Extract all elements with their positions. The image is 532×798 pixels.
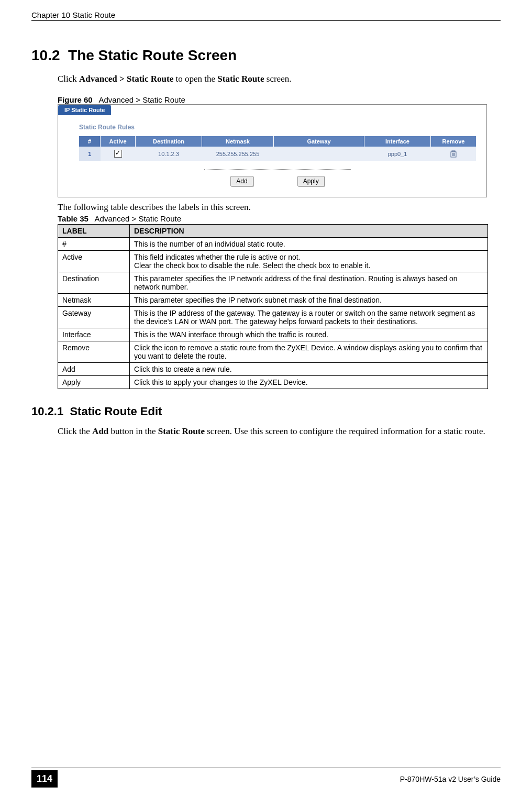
page-footer: 114 P-870HW-51a v2 User’s Guide xyxy=(31,768,501,788)
tab-ip-static-route[interactable]: IP Static Route xyxy=(58,105,111,115)
desc-text: Click this to apply your changes to the … xyxy=(130,376,488,389)
sub-para-suffix: screen. Use this screen to configure the… xyxy=(205,426,485,436)
desc-label: Active xyxy=(58,251,130,272)
sub-para-bold-route: Static Route xyxy=(158,426,205,436)
table-row: AddClick this to create a new rule. xyxy=(58,363,488,376)
tab-bar: IP Static Route xyxy=(58,105,486,115)
apply-button[interactable]: Apply xyxy=(297,176,325,186)
col-active: Active xyxy=(101,136,136,147)
divider xyxy=(204,169,351,170)
desc-head-desc: DESCRIPTION xyxy=(130,225,488,238)
subsection-number: 10.2.1 xyxy=(31,405,63,418)
col-index: # xyxy=(79,136,101,147)
rules-header-row: # Active Destination Netmask Gateway Int… xyxy=(79,136,476,147)
page-header: Chapter 10 Static Route xyxy=(31,10,501,21)
subsection-para: Click the Add button in the Static Route… xyxy=(31,426,501,437)
table-row: InterfaceThis is the WAN interface throu… xyxy=(58,328,488,341)
col-destination: Destination xyxy=(136,136,202,147)
desc-label: Apply xyxy=(58,376,130,389)
desc-text: Click the icon to remove a static route … xyxy=(130,341,488,363)
table-row: ApplyClick this to apply your changes to… xyxy=(58,376,488,389)
table-row: RemoveClick the icon to remove a static … xyxy=(58,341,488,363)
desc-label: # xyxy=(58,238,130,251)
cell-destination: 10.1.2.3 xyxy=(136,147,202,161)
sub-para-prefix: Click the xyxy=(58,426,92,436)
table-row: 1 10.1.2.3 255.255.255.255 ppp0_1 xyxy=(79,147,476,161)
svg-rect-4 xyxy=(452,151,455,152)
desc-text: This is the number of an individual stat… xyxy=(130,238,488,251)
col-netmask: Netmask xyxy=(202,136,274,147)
subsection-heading: 10.2.1 Static Route Edit xyxy=(31,405,501,418)
add-button[interactable]: Add xyxy=(230,176,253,186)
desc-head-label: LABEL xyxy=(58,225,130,238)
desc-label: Interface xyxy=(58,328,130,341)
desc-label: Destination xyxy=(58,272,130,294)
figure-caption: Figure 60 Advanced > Static Route xyxy=(31,95,501,104)
col-interface: Interface xyxy=(364,136,431,147)
desc-label: Add xyxy=(58,363,130,376)
sub-para-bold-add: Add xyxy=(92,426,108,436)
intro-bold-path: Advanced > Static Route xyxy=(79,74,173,84)
cell-interface: ppp0_1 xyxy=(364,147,431,161)
table-row: #This is the number of an individual sta… xyxy=(58,238,488,251)
chapter-text: Chapter 10 Static Route xyxy=(31,10,115,19)
figure-caption-text: Advanced > Static Route xyxy=(98,95,185,104)
figure-label: Figure 60 xyxy=(58,95,93,104)
cell-remove xyxy=(431,147,476,161)
table-row: DestinationThis parameter specifies the … xyxy=(58,272,488,294)
table-caption: Table 35 Advanced > Static Route xyxy=(31,214,501,224)
desc-text: This field indicates whether the rule is… xyxy=(130,251,488,272)
table-caption-text: Advanced > Static Route xyxy=(95,214,182,223)
desc-header-row: LABEL DESCRIPTION xyxy=(58,225,488,238)
rules-table: # Active Destination Netmask Gateway Int… xyxy=(79,136,476,161)
intro-mid: to open the xyxy=(173,74,217,84)
desc-text: Click this to create a new rule. xyxy=(130,363,488,376)
intro-prefix: Click xyxy=(58,74,79,84)
cell-active xyxy=(101,147,136,161)
button-row: Add Apply xyxy=(79,176,476,190)
cell-gateway xyxy=(274,147,364,161)
table-row: GatewayThis is the IP address of the gat… xyxy=(58,307,488,328)
intro-bold-screen: Static Route xyxy=(217,74,264,84)
table-row: ActiveThis field indicates whether the r… xyxy=(58,251,488,272)
table-intro-text: The following table describes the labels… xyxy=(31,202,501,213)
guide-name: P-870HW-51a v2 User’s Guide xyxy=(400,775,501,783)
desc-label: Gateway xyxy=(58,307,130,328)
sub-para-mid: button in the xyxy=(108,426,158,436)
subsection-title: Static Route Edit xyxy=(70,405,162,418)
desc-text: This is the IP address of the gateway. T… xyxy=(130,307,488,328)
desc-label: Remove xyxy=(58,341,130,363)
section-intro: Click Advanced > Static Route to open th… xyxy=(31,73,501,85)
table-label: Table 35 xyxy=(58,214,88,223)
trash-icon[interactable] xyxy=(450,150,457,157)
section-heading: 10.2 The Static Route Screen xyxy=(31,47,501,64)
cell-index: 1 xyxy=(79,147,101,161)
panel-section-title: Static Route Rules xyxy=(79,124,476,131)
desc-text: This is the WAN interface through which … xyxy=(130,328,488,341)
cell-netmask: 255.255.255.255 xyxy=(202,147,274,161)
col-gateway: Gateway xyxy=(274,136,364,147)
screenshot-panel: IP Static Route Static Route Rules # Act… xyxy=(58,104,487,197)
desc-text: This parameter specifies the IP network … xyxy=(130,294,488,307)
section-number: 10.2 xyxy=(31,47,60,63)
table-row: NetmaskThis parameter specifies the IP n… xyxy=(58,294,488,307)
page-number: 114 xyxy=(31,770,58,788)
desc-label: Netmask xyxy=(58,294,130,307)
desc-text: This parameter specifies the IP network … xyxy=(130,272,488,294)
col-remove: Remove xyxy=(431,136,476,147)
description-table: LABEL DESCRIPTION #This is the number of… xyxy=(58,224,488,389)
active-checkbox[interactable] xyxy=(114,150,122,158)
intro-suffix: screen. xyxy=(264,74,292,84)
section-title: The Static Route Screen xyxy=(68,47,237,63)
